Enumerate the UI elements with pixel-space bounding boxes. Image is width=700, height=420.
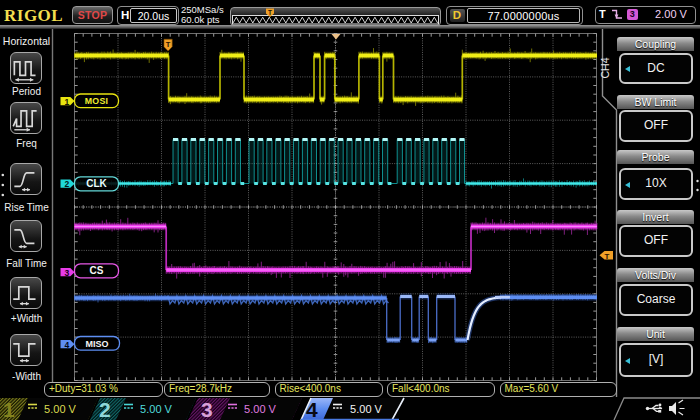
svg-text:3: 3	[201, 398, 213, 420]
svg-text:2: 2	[99, 398, 111, 420]
svg-text:5.00 V: 5.00 V	[140, 403, 172, 415]
svg-text:4: 4	[306, 398, 318, 420]
svg-text:2: 2	[64, 179, 69, 189]
svg-text:CH4: CH4	[599, 57, 611, 78]
svg-text:5.00 V: 5.00 V	[244, 403, 276, 415]
svg-text:MISO: MISO	[85, 339, 108, 349]
svg-text:T: T	[605, 252, 610, 261]
svg-text:4: 4	[64, 340, 69, 350]
svg-text:5.00 V: 5.00 V	[44, 403, 76, 415]
svg-text:T: T	[166, 40, 171, 49]
svg-text:5.00 V: 5.00 V	[350, 403, 382, 415]
svg-text:MOSI: MOSI	[85, 96, 109, 106]
svg-text:CS: CS	[90, 265, 104, 276]
svg-text:3: 3	[64, 268, 69, 278]
svg-text:T: T	[268, 9, 272, 16]
svg-text:CLK: CLK	[86, 178, 107, 189]
svg-text:1: 1	[64, 97, 69, 107]
svg-text:1: 1	[3, 398, 15, 420]
